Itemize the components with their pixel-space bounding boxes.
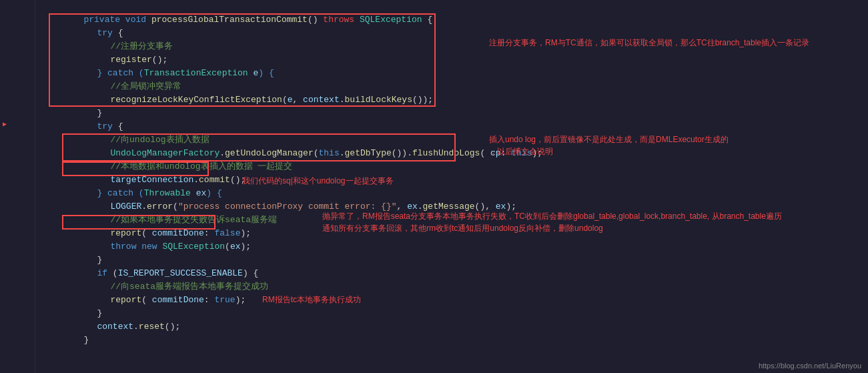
code-line-5: } catch (TransactionException e) { xyxy=(42,53,861,67)
annotation-4-line2: 通知所有分支事务回滚，其他rm收到tc通知后用undolog反向补偿，删除und… xyxy=(322,222,782,234)
code-area: ▶ xyxy=(0,0,868,373)
code-line-6: //全局锁冲突异常 xyxy=(42,67,861,80)
annotation-4: 抛异常了，RM报告seata分支事务本地事务执行失败，TC收到后会删除globa… xyxy=(322,210,782,234)
annotation-2-line2: ，以后博文会说明 xyxy=(489,145,729,157)
code-line-14: } catch (Throwable ex) { xyxy=(42,173,861,187)
annotation-2: 插入undo log，前后置镜像不是此处生成，而是DMLExecutor生成的 … xyxy=(489,133,729,157)
code-line-21: //向seata服务端报告本地事务提交成功 xyxy=(42,267,861,280)
code-line-20: if (IS_REPORT_SUCCESS_ENABLE) { xyxy=(42,254,861,267)
code-line-15: LOGGER.error("process connectionProxy co… xyxy=(42,187,861,200)
code-line-2: try { xyxy=(42,13,861,27)
code-line-8: } xyxy=(42,93,861,107)
code-line-7: recognizeLockKeyConflictException(e, con… xyxy=(42,80,861,93)
annotation-5: RM报告tc本地事务执行成功 xyxy=(262,294,361,306)
annotation-1: 注册分支事务，RM与TC通信，如果可以获取全局锁，那么TC往branch_tab… xyxy=(489,37,809,49)
fold-icon-1: ▶ xyxy=(3,120,7,128)
code-content: private void processGlobalTransactionCom… xyxy=(35,0,868,373)
annotation-2-line1: 插入undo log，前后置镜像不是此处生成，而是DMLExecutor生成的 xyxy=(489,133,729,145)
code-line-13: targetConnection.commit(); xyxy=(42,160,861,173)
code-line-10: //向undolog表插入数据 xyxy=(42,120,861,133)
code-line-22: report( commitDone: true); xyxy=(42,280,861,294)
code-line-12: //本地数据和undolog表插入的数据 一起提交 xyxy=(42,147,861,160)
line-numbers xyxy=(12,0,35,373)
annotation-3: 我们代码的sq|和这个undolog一起提交事务 xyxy=(242,175,394,187)
code-line-19: } xyxy=(42,240,861,254)
bottom-url: https://blog.csdn.net/LiuRenyou xyxy=(759,362,861,370)
code-line-24: context.reset(); xyxy=(42,307,861,320)
code-line-23: } xyxy=(42,294,861,307)
code-line-1: private void processGlobalTransactionCom… xyxy=(42,0,861,13)
editor-container: ▶ xyxy=(0,0,868,373)
code-line-11: UndoLogManagerFactory.getUndoLogManager(… xyxy=(42,133,861,147)
code-line-9: try { xyxy=(42,107,861,120)
code-line-25: } xyxy=(42,320,861,334)
annotation-4-line1: 抛异常了，RM报告seata分支事务本地事务执行失败，TC收到后会删除globa… xyxy=(322,210,782,222)
